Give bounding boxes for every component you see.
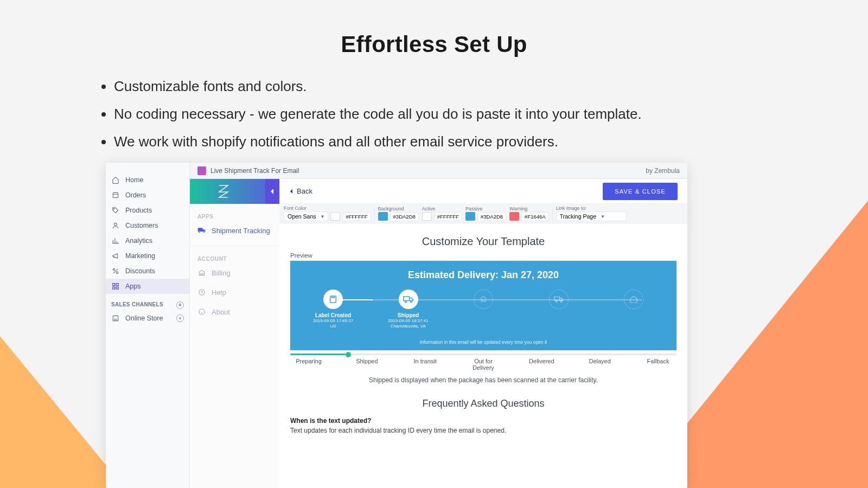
home-icon	[111, 176, 120, 184]
svg-point-17	[560, 300, 562, 302]
view-store-icon[interactable]	[176, 314, 184, 322]
sidebar-item-label: Billing	[212, 269, 231, 277]
in-transit-icon	[474, 290, 493, 309]
bullet-item: Customizable fonts and colors.	[114, 78, 868, 95]
timeline-step[interactable]: Fallback	[642, 358, 674, 371]
step-time: 2019-09-05 17:45:37	[313, 318, 353, 324]
chevron-down-icon: ▼	[601, 214, 605, 219]
nav-label: Customers	[125, 222, 158, 229]
zembula-logo-icon	[217, 184, 230, 198]
app-logo-icon	[197, 166, 206, 175]
nav-customers[interactable]: Customers	[106, 218, 189, 233]
status-timeline[interactable]: Preparing Shipped In transit Out for Del…	[290, 358, 676, 371]
bg-label: Background	[378, 206, 419, 211]
page-headline: Effortless Set Up	[0, 0, 868, 57]
link-select[interactable]: Tracking Page▼	[556, 211, 627, 221]
step-time: 2019-09-05 18:37:41	[388, 318, 428, 324]
apps-icon	[111, 282, 120, 291]
help-icon	[197, 288, 206, 297]
passive-label: Passive	[465, 206, 506, 211]
bullet-item: We work with shopify notifications and a…	[114, 133, 868, 150]
nav-label: Home	[125, 176, 143, 184]
sidebar-help[interactable]: Help	[197, 288, 272, 297]
percent-icon	[111, 267, 120, 275]
sidebar-item-label: Help	[212, 288, 226, 297]
divider	[190, 246, 279, 246]
nav-analytics[interactable]: Analytics	[106, 233, 189, 248]
nav-discounts[interactable]: Discounts	[106, 264, 189, 279]
shipped-icon	[399, 290, 418, 309]
timeline-step[interactable]: Shipped	[350, 358, 383, 371]
timeline-step[interactable]: In transit	[409, 358, 442, 371]
apps-section-label: APPS	[197, 214, 272, 220]
app-topbar: Live Shipment Track For Email by Zembula	[190, 163, 687, 179]
bg-swatch[interactable]	[378, 212, 388, 221]
timeline-step[interactable]: Out for Delivery	[467, 358, 500, 371]
tag-icon	[111, 206, 120, 215]
nav-label: Products	[125, 207, 152, 214]
back-button[interactable]: Back	[289, 187, 312, 195]
app-screenshot: Home Orders Products Customers Analytics…	[106, 163, 687, 488]
app-vendor: by Zembula	[646, 167, 680, 175]
step-label: Label Created	[315, 312, 351, 318]
active-hex[interactable]: #FFFFFF	[434, 212, 462, 221]
warn-hex[interactable]: #F1646A	[521, 212, 549, 221]
customize-title: Customize Your Template	[290, 235, 676, 248]
sidebar-item-label: About	[212, 308, 230, 316]
nav-home[interactable]: Home	[106, 172, 189, 188]
step-label: Shipped	[398, 312, 419, 318]
sidebar-item-label: Shipment Tracking	[212, 227, 270, 235]
svg-point-1	[113, 208, 114, 209]
zembula-sidebar: APPS Shipment Tracking ACCOUNT Billing H…	[190, 179, 279, 488]
active-swatch[interactable]	[422, 212, 432, 221]
collapse-sidebar-button[interactable]	[265, 179, 279, 204]
add-channel-button[interactable]: +	[176, 301, 184, 309]
delivered-icon	[624, 290, 643, 309]
nav-orders[interactable]: Orders	[106, 188, 189, 203]
bullet-list: Customizable fonts and colors. No coding…	[114, 78, 868, 150]
zembula-header	[190, 179, 279, 204]
label-created-icon	[323, 290, 343, 309]
bank-icon	[197, 268, 206, 277]
nav-label: Apps	[125, 282, 141, 290]
passive-swatch[interactable]	[465, 212, 475, 221]
timeline-description: Shipped is displayed when the package ha…	[290, 376, 676, 384]
sidebar-about[interactable]: About	[197, 307, 272, 316]
orders-icon	[111, 191, 120, 200]
font-color-hex[interactable]: #FFFFFF	[342, 212, 371, 221]
timeline-step[interactable]: Preparing	[292, 358, 325, 371]
sidebar-shipment-tracking[interactable]: Shipment Tracking	[197, 226, 272, 235]
info-icon	[197, 307, 206, 316]
nav-products[interactable]: Products	[106, 203, 189, 218]
account-section-label: ACCOUNT	[197, 256, 272, 262]
truck-icon	[197, 226, 206, 235]
nav-apps[interactable]: Apps	[106, 279, 189, 294]
svg-point-13	[405, 301, 406, 303]
channel-label: Online Store	[125, 314, 163, 322]
nav-label: Analytics	[125, 237, 152, 245]
passive-hex[interactable]: #3DA2D8	[477, 212, 506, 221]
svg-rect-12	[403, 297, 409, 301]
timeline-step[interactable]: Delayed	[584, 358, 616, 371]
step-loc: Charlottesville, VA	[391, 324, 426, 329]
out-for-delivery-icon	[549, 290, 569, 309]
style-toolbar: Font ColorOpen Sans▼#FFFFFF Background#3…	[279, 204, 687, 223]
bg-hex[interactable]: #3DA2D8	[390, 212, 419, 221]
svg-point-14	[410, 301, 412, 303]
channel-online-store[interactable]: Online Store	[106, 311, 189, 326]
warn-label: Warning	[509, 206, 549, 211]
chevron-down-icon: ▼	[321, 214, 325, 219]
step-loc: US	[330, 324, 336, 329]
sidebar-billing[interactable]: Billing	[197, 268, 272, 277]
font-select[interactable]: Open Sans▼	[284, 211, 328, 221]
save-close-button[interactable]: SAVE & CLOSE	[603, 183, 678, 200]
preview-footer: Information in this email will be update…	[301, 339, 666, 345]
nav-marketing[interactable]: Marketing	[106, 248, 189, 264]
svg-point-16	[556, 300, 557, 302]
warn-swatch[interactable]	[509, 212, 519, 221]
svg-rect-0	[113, 192, 118, 197]
app-title: Live Shipment Track For Email	[210, 167, 299, 175]
store-icon	[111, 314, 120, 323]
timeline-step[interactable]: Delivered	[525, 358, 558, 371]
font-color-swatch[interactable]	[330, 212, 340, 221]
